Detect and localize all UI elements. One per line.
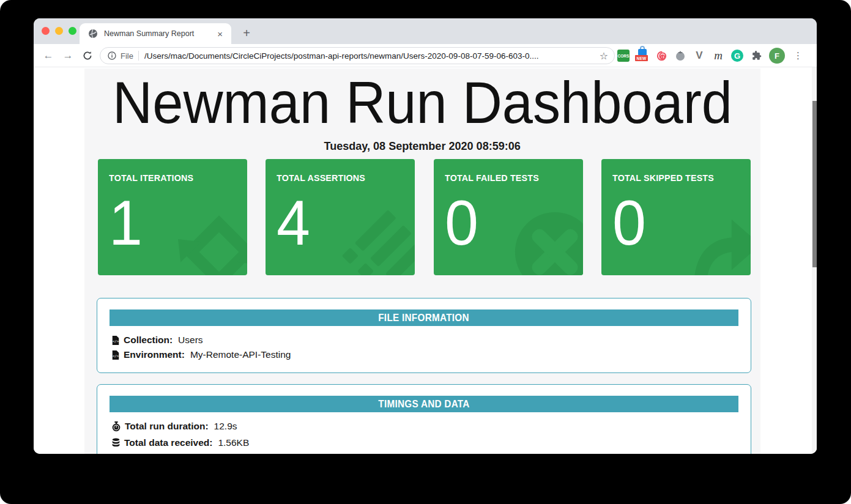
new-badge: NEW [635,55,648,61]
total-failed-tests-card: TOTAL FAILED TESTS 0 [434,159,583,275]
tasks-icon [341,207,415,275]
page-viewport: Newman Run Dashboard Tuesday, 08 Septemb… [34,67,817,454]
back-icon[interactable]: ← [41,48,56,63]
item-value: 12.9s [214,421,237,432]
report-container: Newman Run Dashboard Tuesday, 08 Septemb… [84,69,760,454]
collection-row: </> Collection: Users [112,333,751,347]
file-information-header: FILE INFORMATION [110,309,738,326]
card-label: TOTAL SKIPPED TESTS [612,172,714,183]
card-label: TOTAL FAILED TESTS [445,172,539,183]
reload-icon[interactable] [80,48,95,63]
menu-dots-icon[interactable]: ⋮ [793,50,803,61]
total-assertions-card: TOTAL ASSERTIONS 4 [266,159,415,275]
browser-window: Newman Summary Report × + ← → F [34,18,817,454]
new-tab-button[interactable]: + [238,24,255,42]
forward-icon[interactable]: → [61,48,75,63]
timings-and-data-card: TIMINGS AND DATA Total run duration: [97,384,751,454]
run-timestamp: Tuesday, 08 September 2020 08:59:06 [84,139,760,153]
profile-avatar[interactable]: F [769,48,785,64]
stopwatch-icon [112,421,121,432]
scrollbar-thumb[interactable] [812,101,817,267]
url-scheme-label: File [121,51,133,61]
browser-tab[interactable]: Newman Summary Report × [80,23,231,44]
file-information-card: FILE INFORMATION </> Collection: Users [97,298,751,373]
item-label: Environment: [124,349,185,360]
curved-arrow-icon [677,207,751,275]
address-bar[interactable]: File /Users/mac/Documents/CircleCiProjec… [100,47,615,64]
environment-row: </> Environment: My-Remote-API-Testing [112,347,751,362]
times-circle-icon [510,207,583,275]
extensions-row: CORS NEW V [617,47,803,64]
sync-arrows-icon [174,207,247,275]
timings-header: TIMINGS AND DATA [110,396,738,412]
zoom-window-button[interactable] [69,27,76,35]
tab-close-icon[interactable]: × [215,28,225,40]
card-value: 0 [445,191,478,254]
item-label: Collection: [124,335,173,346]
tab-bar: Newman Summary Report × + [34,18,817,44]
item-value: 1.56KB [218,437,249,448]
svg-text:</>: </> [113,354,119,357]
card-value: 1 [109,191,143,254]
url-divider [138,51,139,61]
puzzle-extensions-icon[interactable] [750,50,762,62]
scrollbar-track[interactable] [812,67,817,454]
database-icon [112,438,120,448]
file-code-icon: </> [112,350,119,360]
total-skipped-tests-card: TOTAL SKIPPED TESTS 0 [601,159,751,275]
bookmark-star-icon[interactable]: ☆ [600,50,608,62]
card-label: TOTAL ITERATIONS [109,172,193,183]
summary-cards-row: TOTAL ITERATIONS 1 [98,159,751,275]
item-label: Total data received: [124,437,212,448]
card-label: TOTAL ASSERTIONS [277,172,365,183]
total-iterations-card: TOTAL ITERATIONS 1 [98,159,247,275]
cors-extension-icon[interactable]: CORS [617,50,630,62]
lock-extension-icon[interactable]: NEW [636,50,648,62]
tab-title: Newman Summary Report [104,29,215,38]
globe-favicon-icon [88,29,98,39]
file-code-icon: </> [112,336,119,345]
page-title: Newman Run Dashboard [84,70,760,136]
url-text: /Users/mac/Documents/CircleCiProjects/po… [144,51,595,61]
svg-text:</>: </> [113,339,119,343]
grammarly-extension-icon[interactable]: G [731,50,743,62]
total-run-duration-row: Total run duration: 12.9s [112,419,751,434]
screenshot-stage: Newman Summary Report × + ← → F [0,0,851,504]
spiral-extension-icon[interactable] [655,50,667,62]
vimium-extension-icon[interactable]: V [693,50,705,62]
card-value: 4 [277,191,310,254]
close-window-button[interactable] [42,27,50,35]
browser-toolbar: ← → File /Users/mac/Documents/CircleCiPr… [34,44,817,67]
info-icon[interactable] [108,51,116,60]
tomato-extension-icon[interactable] [674,50,686,62]
item-value: My-Remote-API-Testing [190,349,291,360]
total-data-received-row: Total data received: 1.56KB [112,435,751,450]
card-value: 0 [612,191,646,254]
item-value: Users [178,335,203,346]
average-response-time-row: Average response time: 6.3s [112,452,751,454]
item-label: Total run duration: [125,421,209,432]
minimize-window-button[interactable] [55,27,63,35]
m-extension-icon[interactable]: m [712,50,724,62]
